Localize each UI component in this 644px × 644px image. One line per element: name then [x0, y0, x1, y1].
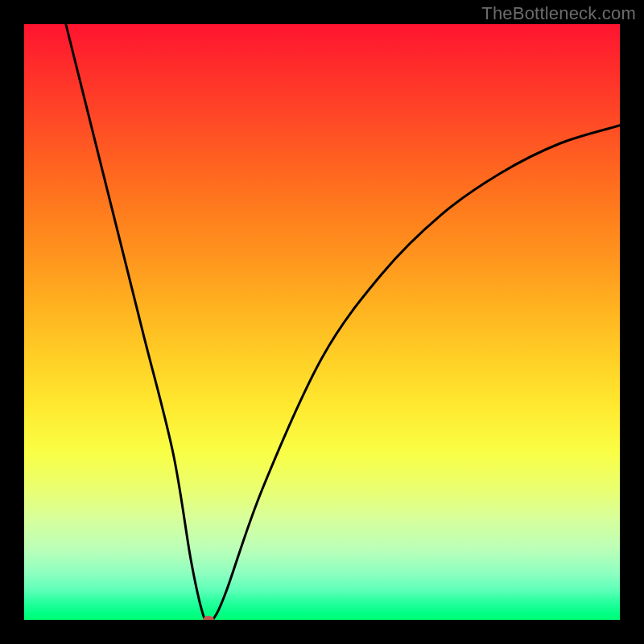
bottleneck-curve-path [66, 24, 620, 620]
watermark-text: TheBottleneck.com [481, 3, 636, 24]
plot-area [24, 24, 620, 620]
curve-svg [24, 24, 620, 620]
chart-frame: TheBottleneck.com [0, 0, 644, 644]
minimum-marker [203, 616, 214, 620]
